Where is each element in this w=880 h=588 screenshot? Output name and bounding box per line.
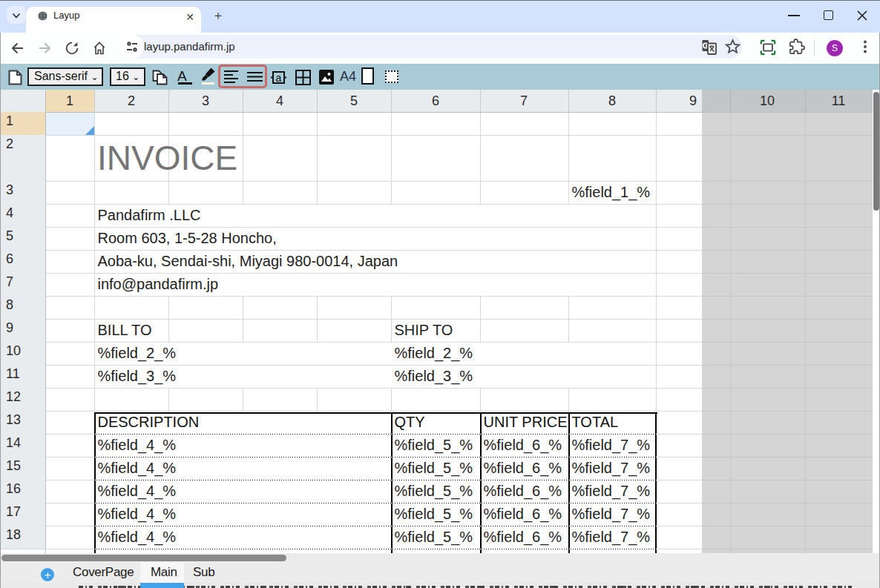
svg-text:a: a [276, 72, 282, 84]
